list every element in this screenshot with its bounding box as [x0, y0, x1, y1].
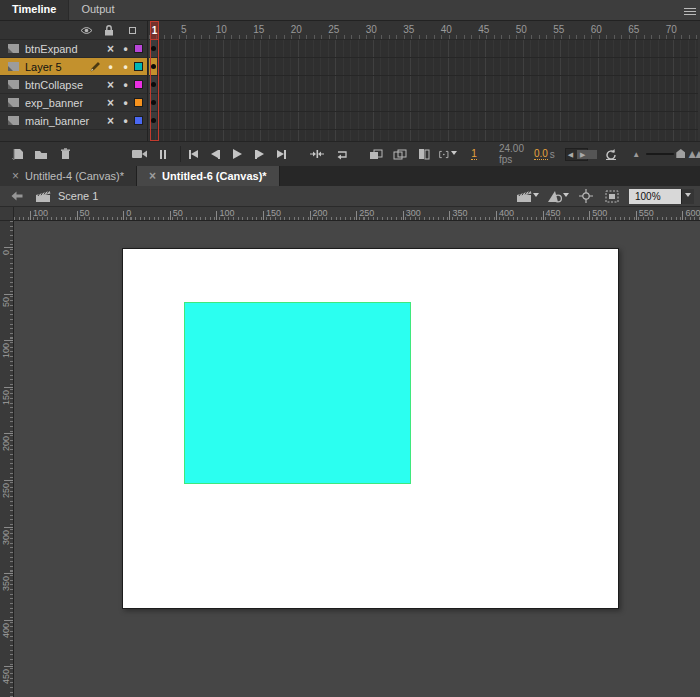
elapsed-time-value[interactable]: 0.0 — [534, 148, 548, 160]
layer-lock-toggle[interactable]: • — [118, 42, 133, 56]
outline-square-icon[interactable] — [123, 21, 141, 39]
scene-name: Scene 1 — [58, 190, 98, 202]
current-frame-indicator[interactable]: 1 — [471, 148, 477, 160]
step-forward-button[interactable] — [250, 145, 268, 163]
frame-number: 5 — [174, 24, 194, 35]
cyan-rectangle-shape[interactable] — [184, 302, 411, 484]
layer-outline-color[interactable] — [135, 45, 142, 52]
ruler-tick — [356, 211, 357, 220]
camera-icon[interactable] — [130, 145, 148, 163]
close-icon[interactable]: × — [149, 169, 156, 183]
back-arrow-icon[interactable] — [8, 187, 26, 205]
pasteboard[interactable] — [14, 221, 700, 697]
onion-skin-outlines-button[interactable] — [391, 145, 409, 163]
layer-lock-toggle[interactable]: • — [118, 114, 133, 128]
ruler-number: 350 — [452, 208, 467, 218]
scroll-left-icon[interactable]: ◀ — [568, 150, 573, 160]
timeline-frames-area[interactable]: 510152025303540455055606570 1 — [149, 21, 698, 141]
layer-visibility-toggle[interactable]: × — [103, 78, 118, 92]
ruler-number: 50 — [80, 208, 90, 218]
stage-zoom-caret[interactable] — [681, 189, 694, 204]
layer-visibility-toggle[interactable]: × — [103, 96, 118, 110]
stage[interactable] — [122, 248, 619, 609]
go-to-first-frame-button[interactable] — [184, 145, 202, 163]
frame-number: 30 — [361, 24, 381, 35]
ruler-number: 400 — [499, 208, 514, 218]
frame-rate-indicator[interactable]: 24.00 fps — [499, 143, 524, 165]
timeline-zoom-slider[interactable] — [646, 153, 674, 155]
eye-icon[interactable] — [77, 21, 95, 39]
panel-tabbar: Timeline Output — [0, 0, 700, 21]
layer-row-exp_banner[interactable]: exp_banner × • — [0, 94, 147, 112]
lock-icon[interactable] — [100, 21, 118, 39]
modify-markers-button[interactable] — [439, 145, 457, 163]
edit-symbols-button[interactable] — [547, 187, 569, 205]
edit-scene-button[interactable] — [516, 187, 539, 205]
panel-menu-icon[interactable] — [684, 6, 696, 15]
edit-bar: Scene 1 100% — [0, 186, 700, 207]
doc-tab-untitled6[interactable]: × Untitled-6 (Canvas)* — [137, 166, 280, 186]
layer-outline-color[interactable] — [135, 63, 142, 70]
step-back-button[interactable] — [206, 145, 224, 163]
stage-zoom-select[interactable]: 100% — [629, 189, 681, 204]
layer-page-icon — [8, 44, 19, 53]
timeline-zoom-in-icon[interactable]: ▲▲ — [686, 149, 700, 159]
layer-outline-color[interactable] — [135, 81, 142, 88]
layer-row-btnCollapse[interactable]: btnCollapse × • — [0, 76, 147, 94]
layer-lock-toggle[interactable]: • — [118, 78, 133, 92]
frame-row-exp_banner[interactable] — [149, 94, 698, 112]
frame-number: 50 — [511, 24, 531, 35]
playhead-frame-number[interactable]: 1 — [150, 21, 159, 40]
tab-timeline[interactable]: Timeline — [0, 0, 69, 20]
tab-output[interactable]: Output — [69, 0, 126, 20]
close-icon[interactable]: × — [12, 169, 19, 183]
reset-timeline-zoom-button[interactable] — [602, 145, 620, 163]
scroll-right-icon[interactable]: ▶ — [580, 150, 585, 160]
ruler-tick — [4, 387, 13, 388]
timeline-horizontal-scrollbar[interactable]: ◀ ▶ — [565, 148, 589, 161]
onion-skin-button[interactable] — [367, 145, 385, 163]
layer-row-main_banner[interactable]: main_banner × • — [0, 112, 147, 130]
layer-row-btnExpand[interactable]: btnExpand × • — [0, 40, 147, 58]
new-folder-button[interactable] — [32, 145, 50, 163]
play-button[interactable] — [228, 145, 246, 163]
center-stage-button[interactable] — [577, 187, 595, 205]
ruler-tick — [4, 340, 13, 341]
ruler-tick — [4, 247, 13, 248]
layer-outline-color[interactable] — [135, 117, 142, 124]
layer-visibility-toggle[interactable]: × — [103, 42, 118, 56]
pencil-icon — [89, 61, 101, 73]
ruler-tick — [4, 620, 13, 621]
vertical-ruler: 050100150200250300350400450 — [0, 221, 14, 697]
layer-list-header — [0, 21, 147, 40]
parent-view-icon[interactable] — [154, 145, 172, 163]
layer-name: btnExpand — [25, 43, 103, 55]
doc-tab-label: Untitled-4 (Canvas)* — [25, 170, 124, 182]
layer-name: btnCollapse — [25, 79, 103, 91]
frame-ruler[interactable]: 510152025303540455055606570 — [149, 21, 698, 40]
layer-outline-color[interactable] — [135, 99, 142, 106]
timeline-zoom-out-icon[interactable]: ▲ — [632, 150, 640, 159]
layer-visibility-toggle[interactable]: × — [103, 114, 118, 128]
layer-visibility-toggle[interactable]: • — [103, 60, 118, 74]
new-layer-button[interactable] — [8, 145, 26, 163]
zoom-slider-thumb[interactable] — [676, 149, 685, 158]
ruler-number: 300 — [406, 208, 421, 218]
frame-row-layer5[interactable] — [149, 58, 698, 76]
frame-row-btnCollapse[interactable] — [149, 76, 698, 94]
delete-layer-button[interactable] — [56, 145, 74, 163]
frame-row-btnExpand[interactable] — [149, 40, 698, 58]
layer-lock-toggle[interactable]: • — [118, 60, 133, 74]
edit-multiple-frames-button[interactable] — [415, 145, 433, 163]
layer-lock-toggle[interactable]: • — [118, 96, 133, 110]
go-to-last-frame-button[interactable] — [272, 145, 290, 163]
doc-tab-untitled4[interactable]: × Untitled-4 (Canvas)* — [0, 166, 137, 186]
layer-row-layer5[interactable]: Layer 5 • • — [0, 58, 147, 76]
layer-page-icon — [8, 62, 19, 71]
clip-content-outside-stage-button[interactable] — [603, 187, 621, 205]
loop-playback-button[interactable] — [333, 145, 351, 163]
frame-row-main_banner[interactable] — [149, 112, 698, 130]
frames-grid[interactable] — [149, 40, 698, 141]
ruler-tick — [403, 211, 404, 220]
center-frame-button[interactable] — [308, 145, 326, 163]
